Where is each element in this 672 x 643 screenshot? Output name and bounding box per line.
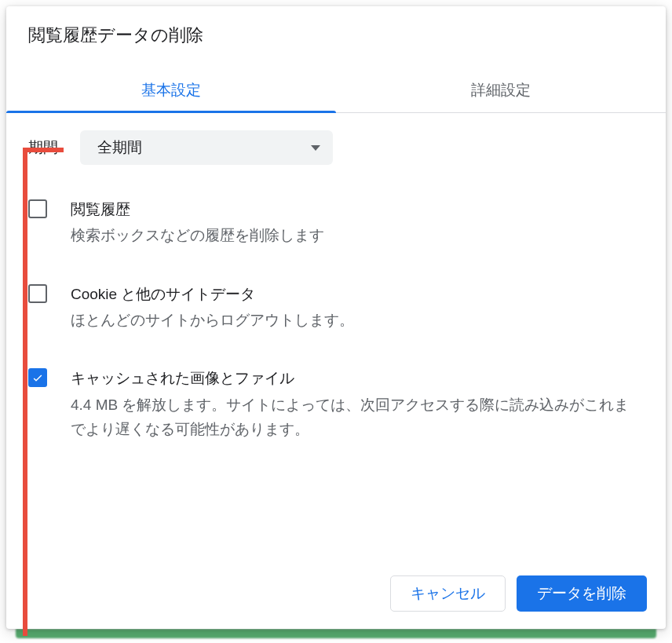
clear-browsing-data-dialog: 閲覧履歴データの削除 基本設定 詳細設定 期間 全期間 xyxy=(6,6,666,629)
checkmark-icon xyxy=(31,371,44,384)
tab-advanced-label: 詳細設定 xyxy=(471,82,531,98)
option-desc: 4.4 MB を解放します。サイトによっては、次回アクセスする際に読み込みがこれ… xyxy=(71,393,644,442)
dialog-content: 期間 全期間 閲覧履歴 検索ボックスなどの履歴を削除します xyxy=(6,113,666,561)
option-text: Cookie と他のサイトデータ ほとんどのサイトからログアウトします。 xyxy=(71,283,644,333)
checkbox-browsing-history[interactable] xyxy=(28,199,47,218)
dialog-title: 閲覧履歴データの削除 xyxy=(6,6,666,69)
option-browsing-history: 閲覧履歴 検索ボックスなどの履歴を削除します xyxy=(28,198,644,248)
tab-advanced[interactable]: 詳細設定 xyxy=(336,69,666,112)
tab-basic[interactable]: 基本設定 xyxy=(6,69,336,112)
checkbox-cached[interactable] xyxy=(28,368,47,387)
cancel-button[interactable]: キャンセル xyxy=(390,575,506,612)
option-cookies: Cookie と他のサイトデータ ほとんどのサイトからログアウトします。 xyxy=(28,283,644,333)
tabs-bar: 基本設定 詳細設定 xyxy=(6,69,666,113)
option-desc: 検索ボックスなどの履歴を削除します xyxy=(71,223,644,247)
option-text: キャッシュされた画像とファイル 4.4 MB を解放します。サイトによっては、次… xyxy=(71,367,644,441)
dialog-actions: キャンセル データを削除 xyxy=(6,561,666,629)
confirm-button[interactable]: データを削除 xyxy=(517,575,647,612)
option-title: キャッシュされた画像とファイル xyxy=(71,367,644,390)
option-title: Cookie と他のサイトデータ xyxy=(71,283,644,306)
confirm-button-label: データを削除 xyxy=(537,585,626,601)
caret-down-icon xyxy=(311,145,320,151)
theme-accent-shadow xyxy=(16,629,656,638)
cancel-button-label: キャンセル xyxy=(411,585,485,601)
time-range-row: 期間 全期間 xyxy=(28,130,644,165)
option-cached: キャッシュされた画像とファイル 4.4 MB を解放します。サイトによっては、次… xyxy=(28,367,644,441)
option-title: 閲覧履歴 xyxy=(71,198,644,221)
tab-basic-label: 基本設定 xyxy=(141,82,201,98)
option-desc: ほとんどのサイトからログアウトします。 xyxy=(71,308,644,332)
annotation-marker xyxy=(23,148,27,636)
checkbox-cookies[interactable] xyxy=(28,284,47,303)
time-range-select[interactable]: 全期間 xyxy=(80,130,333,165)
time-range-value: 全期間 xyxy=(97,137,142,158)
option-text: 閲覧履歴 検索ボックスなどの履歴を削除します xyxy=(71,198,644,248)
